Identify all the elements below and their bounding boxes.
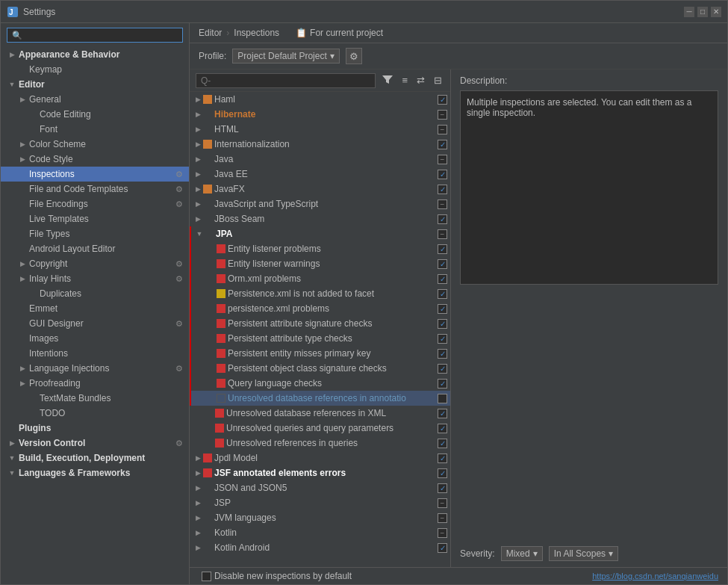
item-checkbox[interactable] xyxy=(438,274,447,284)
item-checkbox[interactable] xyxy=(438,513,447,523)
tree-item-entity-listener-warnings[interactable]: Entity listener warnings xyxy=(190,256,450,271)
sidebar-search-box[interactable]: 🔍 xyxy=(7,28,183,43)
item-checkbox[interactable] xyxy=(438,439,447,448)
sidebar-item-todo[interactable]: TODO xyxy=(1,406,189,421)
sidebar-item-intentions[interactable]: Intentions xyxy=(1,346,189,361)
item-checkbox[interactable] xyxy=(438,334,447,344)
sidebar-item-proofreading[interactable]: ▶ Proofreading xyxy=(1,376,189,391)
item-checkbox[interactable] xyxy=(438,454,447,463)
sidebar-item-live-templates[interactable]: Live Templates xyxy=(1,211,189,226)
tree-item-query-lang-checks[interactable]: Query language checks xyxy=(190,376,450,391)
sidebar-item-version-control[interactable]: ▶ Version Control ⚙ xyxy=(1,436,189,451)
sidebar-item-images[interactable]: Images xyxy=(1,331,189,346)
item-checkbox[interactable] xyxy=(438,214,447,224)
filter-button[interactable] xyxy=(380,72,395,88)
tree-item-json[interactable]: ▶ JSON and JSON5 xyxy=(190,480,450,495)
tree-item-persistent-attr-sig[interactable]: Persistent attribute signature checks xyxy=(190,316,450,331)
sidebar-item-file-types[interactable]: File Types xyxy=(1,226,189,241)
sidebar-item-emmet[interactable]: Emmet xyxy=(1,301,189,316)
sidebar-item-editor[interactable]: ▼ Editor xyxy=(1,77,189,92)
profile-gear-button[interactable]: ⚙ xyxy=(346,48,362,64)
maximize-button[interactable]: □ xyxy=(697,7,708,17)
sidebar-item-general[interactable]: ▶ General xyxy=(1,92,189,107)
sidebar-item-build[interactable]: ▼ Build, Execution, Deployment xyxy=(1,451,189,465)
item-checkbox[interactable] xyxy=(438,319,447,329)
sidebar-item-inlay-hints[interactable]: ▶ Inlay Hints ⚙ xyxy=(1,271,189,286)
tree-item-javaee[interactable]: ▶ Java EE xyxy=(190,167,450,182)
sidebar-item-font[interactable]: Font xyxy=(1,122,189,137)
tree-item-html[interactable]: ▶ HTML xyxy=(190,122,450,137)
tree-item-unresolved-queries[interactable]: Unresolved queries and query parameters xyxy=(190,421,450,436)
tree-item-java[interactable]: ▶ Java xyxy=(190,152,450,167)
sidebar-item-code-style[interactable]: ▶ Code Style xyxy=(1,152,189,167)
sidebar-item-code-editing[interactable]: Code Editing xyxy=(1,107,189,122)
tree-item-jsp[interactable]: ▶ JSP xyxy=(190,495,450,510)
item-checkbox[interactable] xyxy=(438,498,447,508)
item-checkbox[interactable] xyxy=(438,483,447,493)
tree-item-javafx[interactable]: ▶ JavaFX xyxy=(190,182,450,196)
sidebar-item-android-layout[interactable]: Android Layout Editor xyxy=(1,241,189,256)
tree-item-jvm[interactable]: ▶ JVM languages xyxy=(190,510,450,525)
item-checkbox[interactable] xyxy=(438,155,447,164)
sidebar-item-language-injections[interactable]: ▶ Language Injections ⚙ xyxy=(1,361,189,376)
tree-item-jsf[interactable]: ▶ JSF annotated elements errors xyxy=(190,465,450,480)
collapse-button[interactable]: ⊟ xyxy=(432,73,444,87)
item-checkbox[interactable] xyxy=(438,199,447,209)
item-checkbox[interactable] xyxy=(438,394,447,403)
item-checkbox[interactable] xyxy=(438,185,447,194)
sidebar-item-file-encodings[interactable]: File Encodings ⚙ xyxy=(1,196,189,211)
sidebar-item-gui-designer[interactable]: GUI Designer ⚙ xyxy=(1,316,189,331)
tree-item-entity-listener-problems[interactable]: Entity listener problems xyxy=(190,241,450,256)
sort-button[interactable]: ⇄ xyxy=(414,73,427,87)
tree-item-unresolved-db-xml[interactable]: Unresolved database references in XML xyxy=(190,406,450,421)
severity-select[interactable]: Mixed ▾ xyxy=(501,546,543,561)
item-checkbox[interactable] xyxy=(438,289,447,299)
for-current-project[interactable]: 📋 For current project xyxy=(296,28,383,38)
item-checkbox[interactable] xyxy=(438,140,447,149)
item-checkbox[interactable] xyxy=(438,170,447,179)
sidebar-search-input[interactable] xyxy=(25,30,178,40)
tree-item-jpdl[interactable]: ▶ Jpdl Model xyxy=(190,451,450,465)
tree-item-unresolved-refs[interactable]: Unresolved references in queries xyxy=(190,436,450,451)
item-checkbox[interactable] xyxy=(438,468,447,478)
item-checkbox[interactable] xyxy=(438,528,447,538)
tree-item-persistent-attr-type[interactable]: Persistent attribute type checks xyxy=(190,331,450,346)
tree-item-persistent-pk[interactable]: Persistent entity misses primary key xyxy=(190,346,450,361)
item-checkbox[interactable] xyxy=(438,424,447,433)
tree-search-input[interactable] xyxy=(196,73,376,88)
item-checkbox[interactable] xyxy=(438,259,447,269)
tree-item-hibernate[interactable]: ▶ Hibernate xyxy=(190,107,450,122)
item-checkbox[interactable] xyxy=(438,244,447,254)
sidebar-item-keymap[interactable]: Keymap xyxy=(1,62,189,77)
tree-item-unresolved-db-annot[interactable]: Unresolved database references in annota… xyxy=(190,391,450,406)
item-checkbox[interactable] xyxy=(438,110,447,120)
sidebar-item-duplicates[interactable]: Duplicates xyxy=(1,286,189,301)
item-checkbox[interactable] xyxy=(438,409,447,418)
minimize-button[interactable]: ─ xyxy=(684,7,694,17)
disable-new-inspections-checkbox[interactable]: Disable new inspections by default xyxy=(199,571,352,581)
tree-item-i18n[interactable]: ▶ Internationalization xyxy=(190,137,450,152)
tree-item-orm-xml[interactable]: Orm.xml problems xyxy=(190,271,450,286)
tree-item-haml[interactable]: ▶ Haml xyxy=(190,92,450,107)
item-checkbox[interactable] xyxy=(438,125,447,134)
sidebar-item-inspections[interactable]: Inspections ⚙ xyxy=(1,167,189,182)
item-checkbox[interactable] xyxy=(438,364,447,374)
item-checkbox[interactable] xyxy=(438,304,447,314)
tree-item-persistence-not-facet[interactable]: Persistence.xml is not added to facet xyxy=(190,286,450,301)
item-checkbox[interactable] xyxy=(438,229,447,239)
sidebar-item-copyright[interactable]: ▶ Copyright ⚙ xyxy=(1,256,189,271)
item-checkbox[interactable] xyxy=(438,95,447,105)
tree-item-kotlin-android[interactable]: ▶ Kotlin Android xyxy=(190,540,450,555)
sidebar-item-plugins[interactable]: Plugins xyxy=(1,421,189,436)
sidebar-item-file-code-templates[interactable]: File and Code Templates ⚙ xyxy=(1,182,189,196)
tree-item-persistence-xml-problems[interactable]: persistence.xml problems xyxy=(190,301,450,316)
tree-item-js-ts[interactable]: ▶ JavaScript and TypeScript xyxy=(190,196,450,211)
profile-select[interactable]: Project Default Project ▾ xyxy=(232,49,339,64)
tree-item-jpa[interactable]: ▼ JPA xyxy=(190,226,450,241)
item-checkbox[interactable] xyxy=(438,379,447,389)
item-checkbox[interactable] xyxy=(438,349,447,359)
sidebar-item-color-scheme[interactable]: ▶ Color Scheme xyxy=(1,137,189,152)
tree-item-jboss[interactable]: ▶ JBoss Seam xyxy=(190,211,450,226)
close-button[interactable]: ✕ xyxy=(711,7,721,17)
item-checkbox[interactable] xyxy=(438,543,447,553)
